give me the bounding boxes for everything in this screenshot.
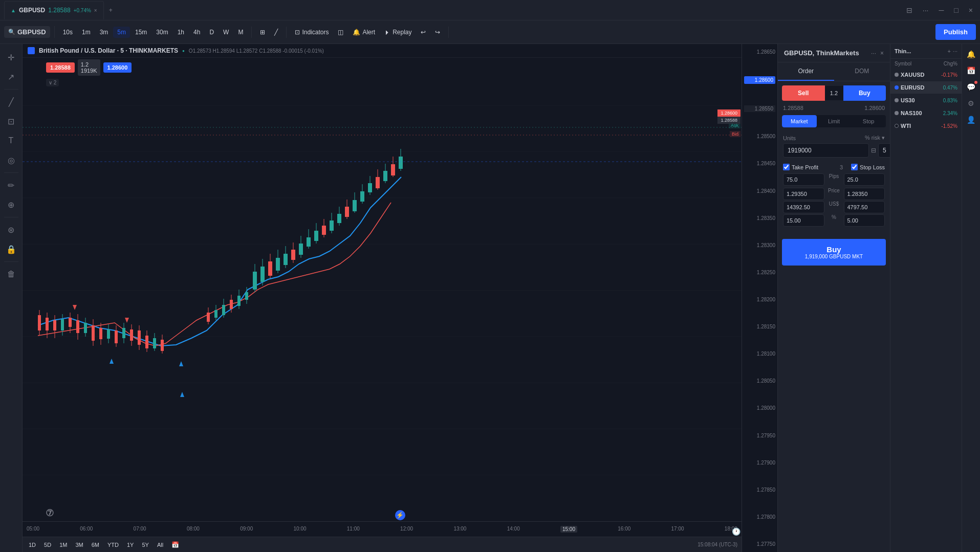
- alert-button[interactable]: 🔔 Alert: [349, 27, 379, 38]
- sl-pct-input[interactable]: [844, 214, 885, 227]
- sidebar-line-btn[interactable]: ╱: [2, 93, 20, 111]
- spread-box: 1.2: [825, 86, 843, 100]
- settings-panel-icon[interactable]: ⚙: [966, 97, 976, 109]
- period-3m[interactable]: 3M: [73, 541, 85, 549]
- replay-button[interactable]: ⏵ Replay: [380, 27, 416, 38]
- crosshair-marker[interactable]: ⚡: [395, 510, 405, 520]
- close-button[interactable]: ×: [966, 5, 976, 15]
- period-all[interactable]: All: [155, 541, 165, 549]
- sidebar-magnet-btn[interactable]: ⊛: [2, 220, 20, 239]
- tf-1h-button[interactable]: 1h: [173, 27, 188, 38]
- window-tab[interactable]: ▲ GBPUSD 1.28588 +0.74% ×: [4, 1, 104, 19]
- indicators-button[interactable]: ⊡ Indicators: [291, 27, 333, 38]
- period-5d[interactable]: 5D: [42, 541, 53, 549]
- period-ytd[interactable]: YTD: [105, 541, 121, 549]
- panel-close-button[interactable]: ×: [880, 50, 884, 57]
- order-tab-order[interactable]: Order: [778, 62, 834, 81]
- price-level-9: 1.28200: [744, 297, 775, 302]
- sl-pips-input[interactable]: [844, 173, 885, 186]
- chart-svg-container[interactable]: Ask Bid: [23, 59, 742, 521]
- tf-w-button[interactable]: W: [219, 27, 233, 38]
- take-profit-checkbox[interactable]: [783, 164, 790, 170]
- sidebar-trash-btn[interactable]: 🗑: [2, 265, 20, 283]
- alert-panel-icon[interactable]: 🔔: [965, 48, 977, 60]
- price-level-12: 1.28050: [744, 378, 775, 384]
- eurusd-symbol: EURUSD: [901, 84, 924, 91]
- units-input[interactable]: [783, 143, 869, 158]
- tf-30m-button[interactable]: 30m: [152, 27, 172, 38]
- collapse-button[interactable]: ∨ 2: [46, 79, 59, 86]
- sidebar-shapes-btn[interactable]: ⊡: [2, 112, 20, 130]
- redo-button[interactable]: ↪: [431, 27, 444, 38]
- clock-icon[interactable]: 🕐: [732, 527, 741, 536]
- take-profit-check[interactable]: Take Profit: [783, 164, 818, 170]
- tf-1m-button[interactable]: 1m: [78, 27, 95, 38]
- sidebar-lock-btn[interactable]: 🔒: [2, 240, 20, 258]
- search-icon: 🔍: [8, 29, 15, 35]
- stop-loss-check[interactable]: Stop Loss: [851, 164, 885, 170]
- panel-menu-icon[interactable]: ···: [871, 50, 876, 57]
- window-more-icon[interactable]: ···: [920, 5, 932, 15]
- watchlist-add-icon[interactable]: +: [947, 48, 950, 54]
- period-6m[interactable]: 6M: [90, 541, 101, 549]
- watchlist-item-us30[interactable]: US30 0.83%: [890, 94, 962, 107]
- tf-4h-button[interactable]: 4h: [189, 27, 204, 38]
- minimize-button[interactable]: ─: [935, 5, 947, 15]
- sell-button[interactable]: Sell: [782, 85, 825, 101]
- publish-button[interactable]: Publish: [935, 24, 976, 40]
- order-type-limit[interactable]: Limit: [817, 115, 852, 127]
- tab-close-button[interactable]: ×: [94, 8, 97, 13]
- sidebar-arrow-btn[interactable]: ↗: [2, 68, 20, 86]
- calculator-icon[interactable]: ⊟: [871, 147, 876, 154]
- tp-pips-input[interactable]: [783, 173, 824, 186]
- tp-price-input[interactable]: [783, 188, 824, 200]
- watchlist-item-eurusd[interactable]: EURUSD 0.47%: [890, 81, 962, 94]
- period-5y[interactable]: 5Y: [140, 541, 150, 549]
- tf-3m-button[interactable]: 3m: [96, 27, 113, 38]
- notification-icon[interactable]: 💬: [965, 81, 977, 93]
- order-type-stop[interactable]: Stop: [851, 115, 886, 127]
- tf-m-button[interactable]: M: [234, 27, 247, 38]
- window-controls-icon[interactable]: ⊟: [903, 5, 916, 15]
- period-1d[interactable]: 1D: [27, 541, 38, 549]
- watchlist-menu-icon[interactable]: ···: [953, 48, 957, 54]
- undo-button[interactable]: ↩: [417, 27, 430, 38]
- sl-usd-input[interactable]: [844, 201, 885, 213]
- order-tab-dom[interactable]: DOM: [834, 62, 890, 81]
- tf-d-button[interactable]: D: [205, 27, 218, 38]
- maximize-button[interactable]: □: [951, 5, 961, 15]
- chart-type-button[interactable]: ⊞: [256, 27, 269, 38]
- sidebar-pencil-btn[interactable]: ✏: [2, 176, 20, 194]
- price-level-18: 1.27750: [744, 541, 775, 547]
- calendar-panel-icon[interactable]: 📅: [965, 64, 977, 77]
- period-1y[interactable]: 1Y: [125, 541, 136, 549]
- sidebar-crosshair-btn[interactable]: ✛: [2, 48, 20, 67]
- tp-pct-input[interactable]: [783, 214, 824, 227]
- person-panel-icon[interactable]: 👤: [965, 114, 977, 126]
- order-type-market[interactable]: Market: [782, 115, 817, 127]
- add-tab-button[interactable]: +: [107, 5, 115, 16]
- tf-10s-button[interactable]: 10s: [59, 27, 77, 38]
- symbol-search[interactable]: 🔍 GBPUSD: [4, 26, 50, 38]
- sidebar-circle-btn[interactable]: ◎: [2, 151, 20, 169]
- period-1m[interactable]: 1M: [57, 541, 69, 549]
- watchlist-item-xauusd[interactable]: XAUUSD -0.17%: [890, 69, 962, 81]
- tf-15m-button[interactable]: 15m: [131, 27, 151, 38]
- sl-price-input[interactable]: [844, 188, 885, 200]
- sidebar-text-btn[interactable]: T: [2, 131, 20, 150]
- risk-chevron[interactable]: ▾: [882, 135, 885, 141]
- risk-input[interactable]: [878, 143, 890, 158]
- price-level-15: 1.27900: [744, 460, 775, 466]
- watchlist-item-wti[interactable]: WTI -1.52%: [890, 120, 962, 133]
- chart-line-button[interactable]: ╱: [270, 27, 282, 38]
- calendar-icon[interactable]: 📅: [169, 540, 181, 549]
- price-level-10: 1.28150: [744, 324, 775, 329]
- sidebar-zoom-btn[interactable]: ⊕: [2, 195, 20, 214]
- templates-button[interactable]: ◫: [334, 27, 347, 38]
- buy-button[interactable]: Buy: [843, 85, 886, 101]
- tf-5m-button[interactable]: 5m: [113, 27, 130, 38]
- tp-usd-input[interactable]: [783, 201, 824, 213]
- buy-action-button[interactable]: Buy 1,919,000 GBPUSD MKT: [782, 239, 886, 266]
- stop-loss-checkbox[interactable]: [851, 164, 858, 170]
- watchlist-item-nas100[interactable]: NAS100 2.34%: [890, 107, 962, 120]
